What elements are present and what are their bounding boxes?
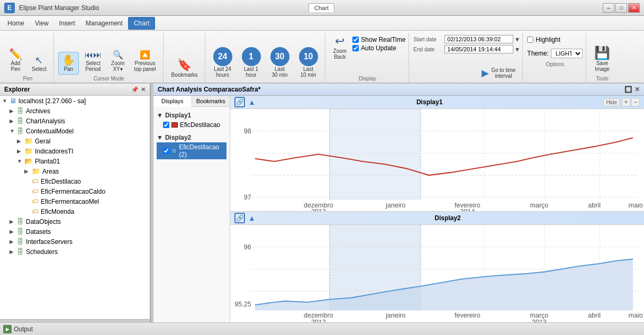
go-to-time-button[interactable]: ▶ Go to timeinterval [478, 65, 519, 82]
eficdestilacao1-checkbox[interactable] [163, 122, 169, 128]
display1-hide-button[interactable]: Hide [603, 98, 620, 106]
last-10min-button[interactable]: 10 Last10 min [295, 44, 322, 80]
tree-item-areas[interactable]: ▶ 📁 Areas [0, 166, 150, 176]
show-realtime-check[interactable]: Show RealTime [352, 36, 405, 43]
minimize-button[interactable]: – [603, 3, 614, 13]
chart-close-icon[interactable]: ✕ [634, 86, 640, 93]
expand-planta01[interactable]: ▼ [17, 158, 24, 164]
expand-chartanalysis[interactable]: ▶ [10, 118, 17, 124]
output-area[interactable]: ▶ Output [3, 325, 33, 333]
display2-link-icon[interactable]: 🔗 [234, 213, 245, 223]
display1-label: Display1 [165, 112, 191, 119]
menu-view[interactable]: View [30, 17, 54, 29]
last-1h-button[interactable]: 1 Last 1hour [238, 44, 265, 80]
last-30min-button[interactable]: 30 Last30 min [267, 44, 293, 80]
eficdestilacao2-checkbox[interactable] [163, 148, 169, 154]
expand-areas[interactable]: ▶ [24, 168, 32, 174]
end-date-dropdown[interactable]: ▾ [515, 45, 519, 53]
select-period-label: SelectPeriod [85, 60, 101, 72]
eficfermentacaomel-icon: 🏷 [32, 197, 39, 205]
server-icon: 🖥 [10, 97, 16, 105]
expand-geral[interactable]: ▶ [17, 138, 24, 144]
expand-datasets[interactable]: ▶ [10, 229, 17, 234]
display1-header-right: Hide + − [603, 98, 640, 106]
highlight-check[interactable]: Highlight [527, 36, 583, 43]
end-date-input[interactable] [445, 45, 513, 53]
menu-management[interactable]: Management [80, 17, 128, 29]
display1-svg: 98 97 dezembro 2013 janeiro fevereiro 20… [230, 109, 644, 211]
sidebar-item-eficdestilacao1[interactable]: EficDestilacao [157, 120, 226, 130]
chart-tab[interactable]: Chart [309, 3, 334, 12]
explorer-close-icon[interactable]: ✕ [141, 86, 146, 93]
start-date-dropdown[interactable]: ▾ [515, 35, 519, 43]
display2-header[interactable]: ▼ Display2 [157, 133, 226, 142]
save-image-button[interactable]: 💾 SaveImage [591, 44, 614, 75]
auto-update-check[interactable]: Auto Update [352, 44, 405, 52]
display1-header[interactable]: ▼ Display1 [157, 111, 226, 120]
tree-item-archives[interactable]: ▶ 🗄 Archives [0, 106, 150, 116]
expand-indicadoresti[interactable]: ▶ [17, 148, 24, 154]
select-period-button[interactable]: ⏮⏭ SelectPeriod [81, 48, 105, 75]
tab-displays[interactable]: Displays [153, 96, 192, 107]
tree-item-chartanalysis[interactable]: ▶ 🗄 ChartAnalysis [0, 116, 150, 126]
expand-archives[interactable]: ▶ [10, 108, 17, 114]
explorer-pin-icon[interactable]: 📌 [131, 86, 139, 93]
svg-text:março: março [530, 202, 549, 209]
close-button[interactable]: ✕ [628, 3, 640, 13]
last-24h-button[interactable]: 24 Last 24hours [210, 44, 236, 80]
bookmarks-button[interactable]: 🔖 Bookmarks [168, 57, 202, 80]
previous-top-icon: 🔼 [140, 51, 150, 59]
tab-bookmarks[interactable]: Bookmarks [192, 96, 230, 106]
show-realtime-label: Show RealTime [361, 36, 405, 43]
display1-minus-button[interactable]: − [631, 98, 640, 106]
expand-schedulers[interactable]: ▶ [10, 249, 17, 255]
tree-item-eficfermentacaocaldo[interactable]: 🏷 EficFermentacaoCaldo [0, 186, 150, 196]
highlight-checkbox[interactable] [527, 37, 533, 43]
ribbon-group-pen: ✏️ AddPen ↖ Select Pen [2, 33, 54, 83]
maximize-button[interactable]: □ [615, 3, 627, 13]
display2-expand[interactable]: ▼ [157, 134, 163, 141]
select-period-icon: ⏮⏭ [85, 51, 102, 59]
zoom-back-button[interactable]: ↩ ZoomBack [330, 33, 351, 62]
tree-item-datasets[interactable]: ▶ 🗄 Datasets [0, 227, 150, 237]
show-realtime-checkbox[interactable] [352, 37, 359, 43]
chart-restore-icon[interactable]: 🔲 [624, 86, 632, 93]
display1-zoom-controls: + − [622, 98, 640, 106]
display1-expand[interactable]: ▼ [157, 112, 163, 119]
tree-item-localhost[interactable]: ▼ 🖥 localhost [2.27.060 - sa] [0, 96, 150, 106]
expand-dataobjects[interactable]: ▶ [10, 219, 17, 224]
expand-interfaceservers[interactable]: ▶ [10, 239, 17, 245]
tree-item-eficmoenda[interactable]: 🏷 EficMoenda [0, 206, 150, 216]
tree-item-contextualmodel[interactable]: ▼ 🗄 ContextualModel [0, 126, 150, 136]
pan-button[interactable]: ✋ Pan [58, 52, 79, 75]
tree-item-indicadoresti[interactable]: ▶ 📁 IndicadoresTI [0, 146, 150, 156]
tree-item-eficfermentacaomel[interactable]: 🏷 EficFermentacaoMel [0, 196, 150, 206]
tree-item-dataobjects[interactable]: ▶ 🗄 DataObjects [0, 216, 150, 227]
auto-update-checkbox[interactable] [352, 45, 359, 51]
previous-top-panel-button[interactable]: 🔼 Previoustop panel [130, 48, 159, 75]
tree-item-interfaceservers[interactable]: ▶ 🗄 InterfaceServers [0, 237, 150, 247]
display1-link-icon[interactable]: 🔗 [234, 97, 245, 107]
menu-chart[interactable]: Chart [128, 17, 155, 30]
menu-home[interactable]: Home [2, 17, 30, 29]
display1-up-arrow[interactable]: ▲ [248, 98, 256, 106]
display1-plus-button[interactable]: + [622, 98, 630, 106]
sidebar-item-eficdestilacao2[interactable]: EficDestilacao (2) [157, 142, 226, 159]
tree-item-planta01[interactable]: ▼ 📂 Planta01 [0, 156, 150, 166]
zoom-xy-label: ZoomXY▾ [111, 60, 125, 72]
svg-text:maio: maio [629, 312, 643, 319]
add-pen-button[interactable]: ✏️ AddPen [5, 46, 26, 75]
display-buttons: ↩ ZoomBack Show RealTime Auto Update [330, 33, 406, 75]
tree-item-geral[interactable]: ▶ 📁 Geral [0, 136, 150, 146]
expand-localhost[interactable]: ▼ [2, 98, 10, 104]
select-button[interactable]: ↖ Select [28, 53, 50, 75]
tree-item-eficdestilacao[interactable]: 🏷 EficDestilacao [0, 176, 150, 186]
expand-contextualmodel[interactable]: ▼ [10, 128, 17, 134]
explorer-resize-handle[interactable] [0, 319, 150, 322]
display2-up-arrow[interactable]: ▲ [248, 214, 256, 222]
zoom-xy-button[interactable]: 🔍 ZoomXY▾ [107, 48, 129, 75]
start-date-input[interactable] [445, 35, 513, 43]
tree-item-schedulers[interactable]: ▶ 🗄 Schedulers [0, 247, 150, 257]
menu-insert[interactable]: Insert [54, 17, 80, 29]
theme-select[interactable]: LIGHT DARK [551, 49, 583, 58]
